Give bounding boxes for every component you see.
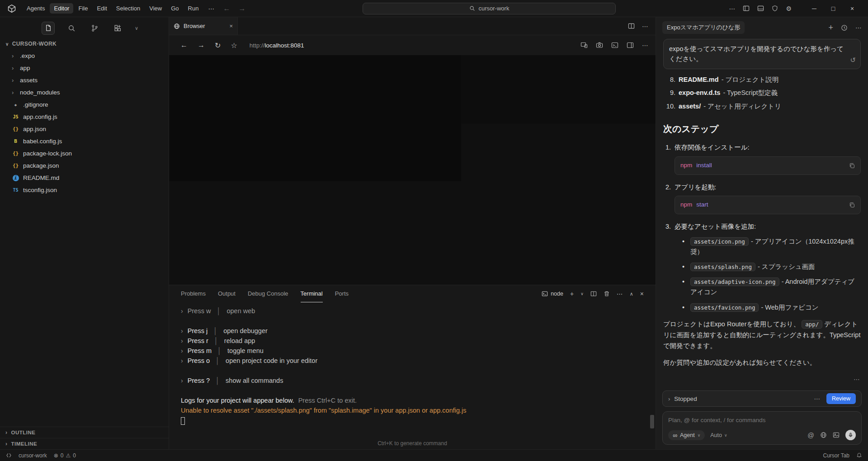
attach-image-icon[interactable] xyxy=(833,432,840,438)
chevron-down-icon[interactable]: ∨ xyxy=(135,25,138,31)
remote-indicator-icon[interactable] xyxy=(6,452,12,458)
web-globe-icon[interactable] xyxy=(820,432,827,438)
tree-item-app[interactable]: ›app xyxy=(0,62,169,74)
step-text: 依存関係をインストール: xyxy=(675,144,750,151)
settings-gear-icon[interactable]: ⚙ xyxy=(786,5,792,12)
agent-mode-selector[interactable]: ∞ Agent ∨ xyxy=(668,430,705,440)
chat-title-tab[interactable]: Expoスマホアプリのひな形 xyxy=(662,21,745,34)
tree-item-tsconfig-json[interactable]: TStsconfig.json xyxy=(0,184,169,196)
terminal-dropdown-icon[interactable]: ∨ xyxy=(580,292,584,296)
menu-agents[interactable]: Agents xyxy=(23,3,49,14)
tab-close-icon[interactable]: × xyxy=(229,23,233,29)
shell-selector[interactable]: node xyxy=(542,291,563,297)
extensions-icon[interactable] xyxy=(112,22,124,34)
bookmark-star-icon[interactable]: ☆ xyxy=(226,39,241,52)
titlebar: Agents Editor File Edit Selection View G… xyxy=(0,0,868,17)
new-terminal-icon[interactable]: + xyxy=(570,290,574,297)
terminal-scrollbar[interactable] xyxy=(650,415,654,428)
menu-view[interactable]: View xyxy=(145,3,166,14)
panel-tab-output[interactable]: Output xyxy=(218,285,236,302)
tree-item-assets[interactable]: ›assets xyxy=(0,74,169,86)
layout-panel-icon[interactable] xyxy=(757,5,764,12)
assistant-paragraph: 何か質問や追加の設定があれば知らせてください。 xyxy=(663,358,861,368)
explorer-files-icon[interactable] xyxy=(42,22,55,35)
timeline-section[interactable]: ›TIMELINE xyxy=(0,438,169,449)
tree-item-node-modules[interactable]: ›node_modules xyxy=(0,86,169,99)
message-actions-more-icon[interactable]: ⋯ xyxy=(664,375,860,385)
window-minimize-icon[interactable]: ─ xyxy=(805,5,824,12)
menu-more-icon[interactable]: ⋯ xyxy=(203,5,219,12)
review-button[interactable]: Review xyxy=(826,393,856,404)
terminal-output[interactable]: ›Press w│open web ›Press j│open debugger… xyxy=(169,302,656,449)
menu-editor[interactable]: Editor xyxy=(50,3,73,14)
search-icon[interactable] xyxy=(66,22,78,34)
kill-terminal-trash-icon[interactable] xyxy=(604,291,610,297)
problems-indicator[interactable]: ⊗ 0 ⚠ 0 xyxy=(54,452,76,459)
browser-more-icon[interactable]: ⋯ xyxy=(642,42,648,49)
titlebar-more-icon[interactable]: ⋯ xyxy=(729,5,735,12)
menu-run[interactable]: Run xyxy=(184,3,203,14)
list-item: 8.README.md- プロジェクト説明 xyxy=(663,75,861,85)
menu-file[interactable]: File xyxy=(74,3,92,14)
explorer-root[interactable]: ∨ CURSOR-WORK xyxy=(0,39,169,50)
console-icon[interactable] xyxy=(611,42,618,49)
split-terminal-icon[interactable] xyxy=(590,291,597,297)
source-control-icon[interactable] xyxy=(89,22,101,34)
chat-input[interactable] xyxy=(668,417,856,423)
layout-right-icon[interactable] xyxy=(627,42,634,49)
tree-item-package-lock-json[interactable]: {}package-lock.json xyxy=(0,147,169,160)
command-search[interactable]: cursor-work xyxy=(363,3,616,14)
menu-selection[interactable]: Selection xyxy=(112,3,144,14)
browser-reload-icon[interactable]: ↻ xyxy=(211,39,225,52)
panel-tab-problems[interactable]: Problems xyxy=(181,285,206,302)
tree-item-package-json[interactable]: {}package.json xyxy=(0,160,169,172)
privacy-shield-icon[interactable] xyxy=(772,5,778,12)
window-maximize-icon[interactable]: □ xyxy=(824,5,843,12)
panel-tab-debug-console[interactable]: Debug Console xyxy=(248,285,288,302)
window-close-icon[interactable]: × xyxy=(843,5,862,12)
outline-section[interactable]: ›OUTLINE xyxy=(0,427,169,438)
notifications-bell-icon[interactable] xyxy=(856,452,862,458)
panel-maximize-icon[interactable]: ∧ xyxy=(630,291,633,297)
tree-item-app-json[interactable]: {}app.json xyxy=(0,123,169,135)
device-toolbar-icon[interactable] xyxy=(580,42,588,49)
model-selector[interactable]: Auto ∨ xyxy=(710,432,727,438)
browser-forward-icon[interactable]: → xyxy=(193,39,209,51)
restore-checkpoint-icon[interactable]: ↺ xyxy=(850,55,856,65)
panel-tab-terminal[interactable]: Terminal xyxy=(301,285,323,302)
copy-icon[interactable] xyxy=(849,202,855,208)
user-message[interactable]: expoを使ってスマホアプリを開発するのでひな形を作ってください。 ↺ xyxy=(663,39,861,69)
key-desc: open web xyxy=(226,307,255,315)
voice-mic-button[interactable] xyxy=(845,430,856,440)
agent-status-bar[interactable]: › Stopped ⋯ Review xyxy=(662,390,862,407)
menu-go[interactable]: Go xyxy=(167,3,183,14)
copy-icon[interactable] xyxy=(849,163,855,169)
tree-item-expo[interactable]: ›.expo xyxy=(0,50,169,62)
cursor-tab-toggle[interactable]: Cursor Tab xyxy=(823,452,849,459)
chat-messages[interactable]: expoを使ってスマホアプリを開発するのでひな形を作ってください。 ↺ 8.RE… xyxy=(656,38,868,389)
chat-more-icon[interactable]: ⋯ xyxy=(855,24,862,31)
new-chat-icon[interactable]: + xyxy=(828,24,833,32)
history-back-icon[interactable]: ← xyxy=(219,5,234,13)
tree-item-app-config-js[interactable]: JSapp.config.js xyxy=(0,111,169,123)
history-clock-icon[interactable] xyxy=(841,24,848,31)
chat-composer[interactable]: ∞ Agent ∨ Auto ∨ @ xyxy=(662,411,862,445)
tree-item-babel-config-js[interactable]: Bbabel.config.js xyxy=(0,135,169,147)
panel-close-icon[interactable]: × xyxy=(640,290,644,297)
status-more-icon[interactable]: ⋯ xyxy=(814,395,821,402)
panel-more-icon[interactable]: ⋯ xyxy=(617,290,623,297)
tabbar-more-icon[interactable]: ⋯ xyxy=(642,23,648,30)
mention-at-icon[interactable]: @ xyxy=(807,432,814,439)
panel-tab-ports[interactable]: Ports xyxy=(335,285,349,302)
tree-item-readme-md[interactable]: iREADME.md xyxy=(0,172,169,184)
tree-item-gitignore[interactable]: ◆.gitignore xyxy=(0,99,169,111)
tab-browser[interactable]: Browser × xyxy=(169,17,238,35)
browser-back-icon[interactable]: ← xyxy=(176,39,192,51)
screenshot-camera-icon[interactable] xyxy=(596,42,603,49)
workspace-name[interactable]: cursor-work xyxy=(19,452,47,459)
menu-edit[interactable]: Edit xyxy=(93,3,111,14)
split-editor-icon[interactable] xyxy=(628,23,635,29)
layout-sidebar-icon[interactable] xyxy=(743,5,750,12)
history-forward-icon[interactable]: → xyxy=(234,5,250,13)
address-url[interactable]: http://localhost:8081 xyxy=(250,42,304,49)
